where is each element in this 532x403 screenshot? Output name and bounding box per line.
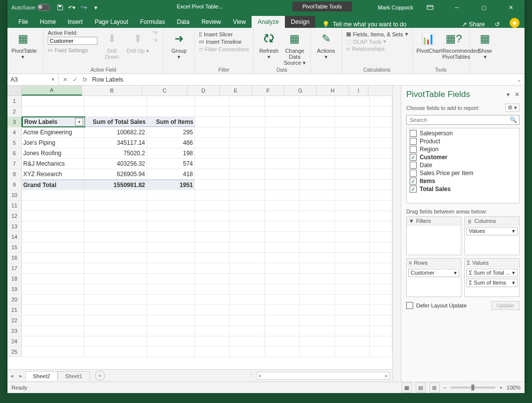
cell[interactable] bbox=[300, 315, 335, 325]
area-item[interactable]: Σ Sum of Items▾ bbox=[466, 279, 518, 287]
view-page-break-icon[interactable]: ⊞ bbox=[430, 383, 440, 393]
cell[interactable] bbox=[22, 253, 85, 263]
row-header[interactable]: 21 bbox=[7, 305, 22, 315]
cell[interactable] bbox=[147, 284, 195, 294]
cell[interactable] bbox=[300, 242, 335, 252]
field-search[interactable]: 🔍 bbox=[406, 115, 520, 125]
row-header[interactable]: 8 bbox=[7, 169, 22, 179]
cell[interactable] bbox=[335, 326, 370, 336]
cell[interactable] bbox=[370, 232, 392, 242]
cell[interactable] bbox=[22, 326, 85, 336]
cell[interactable]: 466 bbox=[147, 138, 195, 148]
cell[interactable] bbox=[265, 127, 300, 137]
cell[interactable] bbox=[265, 201, 300, 210]
cell[interactable] bbox=[265, 180, 300, 190]
row-header[interactable]: 20 bbox=[7, 295, 22, 304]
cell[interactable] bbox=[265, 221, 300, 231]
cell[interactable] bbox=[370, 347, 392, 357]
zoom-level[interactable]: 100% bbox=[507, 385, 521, 391]
column-header-H[interactable]: H bbox=[317, 86, 349, 96]
view-normal-icon[interactable]: ▦ bbox=[402, 383, 412, 393]
cell[interactable] bbox=[300, 96, 335, 106]
cell[interactable] bbox=[230, 180, 265, 190]
cell[interactable] bbox=[300, 253, 335, 263]
cell[interactable] bbox=[85, 221, 147, 231]
cell[interactable] bbox=[265, 295, 300, 304]
cell[interactable] bbox=[370, 284, 392, 294]
field-settings[interactable]: ▭Field Settings bbox=[48, 47, 97, 53]
cell[interactable] bbox=[195, 201, 230, 210]
cell[interactable]: Row Labels▼ bbox=[22, 116, 86, 127]
cell[interactable] bbox=[335, 263, 370, 273]
cell[interactable] bbox=[335, 242, 370, 252]
checkbox-icon[interactable]: ✓ bbox=[410, 178, 417, 185]
insert-timeline[interactable]: ▭Insert Timeline bbox=[199, 38, 249, 45]
zoom-in-icon[interactable]: + bbox=[499, 385, 502, 391]
field-items[interactable]: ✓Items bbox=[407, 177, 519, 185]
cell[interactable]: 574 bbox=[147, 159, 195, 169]
cell[interactable] bbox=[22, 201, 85, 210]
cell[interactable] bbox=[265, 169, 300, 179]
cell[interactable] bbox=[195, 148, 230, 158]
cell[interactable] bbox=[195, 263, 230, 273]
cell[interactable] bbox=[265, 253, 300, 263]
cell[interactable] bbox=[230, 96, 265, 106]
cell[interactable] bbox=[265, 148, 300, 158]
cell[interactable] bbox=[370, 148, 392, 158]
cell[interactable] bbox=[300, 274, 335, 284]
cell[interactable] bbox=[300, 169, 335, 179]
fx-icon[interactable]: fx bbox=[83, 76, 87, 83]
cell[interactable]: Grand Total bbox=[22, 180, 85, 190]
cell[interactable]: Sum of Items bbox=[148, 117, 195, 127]
cell[interactable] bbox=[22, 242, 85, 252]
cell[interactable] bbox=[230, 138, 265, 148]
row-header[interactable]: 14 bbox=[7, 232, 22, 242]
undo-icon[interactable]: ↶▾ bbox=[68, 3, 76, 11]
cell[interactable] bbox=[85, 106, 147, 116]
cell[interactable] bbox=[335, 347, 370, 357]
tab-data[interactable]: Data bbox=[171, 16, 195, 28]
cell[interactable] bbox=[147, 305, 195, 315]
field-customer[interactable]: ✓Customer bbox=[407, 153, 519, 161]
cell[interactable] bbox=[147, 336, 195, 346]
cell[interactable] bbox=[147, 347, 195, 357]
cell[interactable] bbox=[300, 336, 335, 346]
cell[interactable]: 345117.14 bbox=[85, 138, 147, 148]
checkbox-icon[interactable] bbox=[410, 170, 417, 177]
cell[interactable] bbox=[335, 284, 370, 294]
cell[interactable] bbox=[300, 232, 335, 242]
area-rows[interactable]: ≡RowsCustomer▾ bbox=[406, 258, 461, 297]
cell[interactable] bbox=[230, 190, 265, 200]
tab-view[interactable]: View bbox=[227, 16, 252, 28]
cell[interactable] bbox=[195, 336, 230, 346]
cell[interactable] bbox=[370, 305, 392, 315]
row-header[interactable]: 18 bbox=[7, 274, 22, 284]
zoom-out-icon[interactable]: − bbox=[443, 385, 446, 391]
cell[interactable] bbox=[230, 253, 265, 263]
cell[interactable] bbox=[195, 96, 230, 106]
row-header[interactable]: 22 bbox=[7, 315, 22, 325]
cell[interactable] bbox=[300, 221, 335, 231]
user-name[interactable]: Mark Coppock bbox=[378, 4, 413, 10]
checkbox-icon[interactable] bbox=[410, 138, 417, 145]
row-header[interactable]: 11 bbox=[7, 201, 22, 210]
cell[interactable] bbox=[230, 305, 265, 315]
row-header[interactable]: 17 bbox=[7, 263, 22, 273]
cell[interactable] bbox=[370, 190, 392, 200]
tab-home[interactable]: Home bbox=[34, 16, 62, 28]
cell[interactable] bbox=[195, 180, 230, 190]
cell[interactable] bbox=[85, 201, 147, 210]
defer-checkbox[interactable] bbox=[406, 302, 413, 309]
cell[interactable] bbox=[22, 211, 85, 221]
cell[interactable] bbox=[300, 117, 335, 127]
ribbon-display-icon[interactable] bbox=[420, 0, 440, 15]
cell[interactable] bbox=[147, 201, 195, 210]
row-header[interactable]: 4 bbox=[7, 127, 22, 137]
cell[interactable] bbox=[195, 127, 230, 137]
cell[interactable] bbox=[85, 232, 147, 242]
cell[interactable] bbox=[300, 159, 335, 169]
area-columns[interactable]: ⫼ColumnsValues▾ bbox=[464, 216, 520, 255]
cell[interactable] bbox=[265, 347, 300, 357]
row-header[interactable]: 25 bbox=[7, 347, 22, 357]
vertical-scrollbar[interactable] bbox=[392, 86, 401, 382]
